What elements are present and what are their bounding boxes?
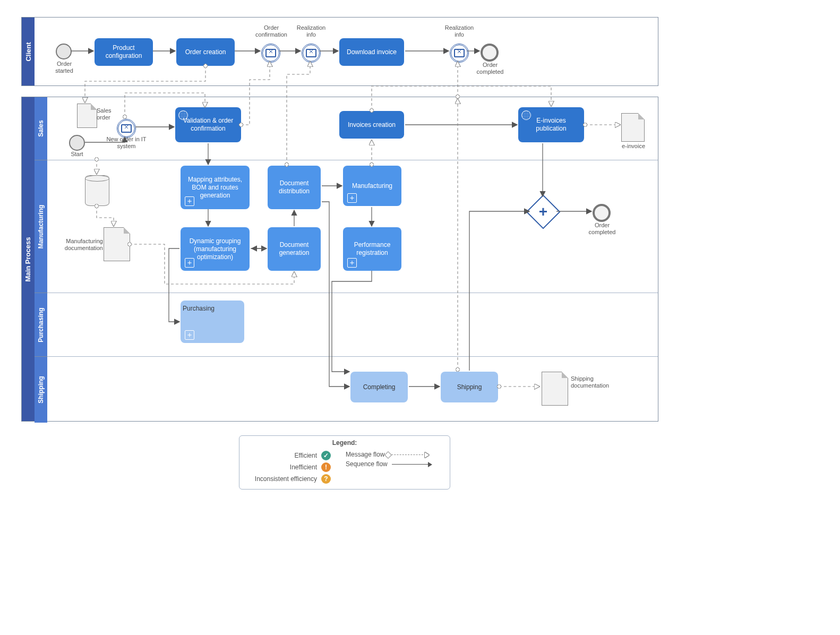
legend-inefficient: Inefficient <box>246 464 317 471</box>
label-shipping-doc: Shipping documentation <box>571 375 624 389</box>
datastore-mfg <box>85 175 109 206</box>
task-invoices-creation: Invoices creation <box>339 111 404 139</box>
label-order-completed-main: Order completed <box>584 222 620 236</box>
end-event-order-completed-client <box>481 44 499 62</box>
label-order-completed-client: Order completed <box>472 62 509 75</box>
task-performance-registration: Performance registration <box>343 227 401 271</box>
task-order-creation: Order creation <box>176 38 235 66</box>
label-order-started: Order started <box>49 61 80 74</box>
event-new-order <box>117 119 136 138</box>
artifact-sales-order <box>77 104 97 128</box>
label-mfg-doc: Manufacturing documentation <box>57 238 103 252</box>
task-product-configuration: Product configuration <box>95 38 153 66</box>
artifact-shipping-doc <box>542 372 568 406</box>
task-mapping-attributes: Mapping attributes, BOM and routes gener… <box>181 166 250 209</box>
task-validation: Validation & order confirmation <box>175 107 241 142</box>
task-download-invoice: Download invoice <box>339 38 404 66</box>
end-event-order-completed-main <box>593 204 611 222</box>
label-einvoice: e-invoice <box>616 143 651 150</box>
legend-inconsistent: Inconsistent efficiency <box>246 475 317 483</box>
start-event-order-started <box>56 44 72 59</box>
legend-efficient: Efficient <box>246 452 317 459</box>
legend-title: Legend: <box>246 439 443 447</box>
lane-manufacturing: Manufacturing <box>35 160 47 293</box>
pool-header-main: Main Process <box>22 97 35 421</box>
task-dynamic-grouping: Dynamic grouping (manufacturing optimiza… <box>181 227 250 271</box>
task-document-generation: Document generation <box>268 227 321 271</box>
event-realization-info <box>302 44 321 63</box>
lane-purchasing: Purchasing <box>35 293 47 357</box>
label-realization-info: Realization info <box>293 24 330 38</box>
label-new-order: New order in IT system <box>104 136 149 150</box>
task-shipping: Shipping <box>441 372 498 402</box>
task-purchasing: Purchasing <box>181 301 244 343</box>
artifact-mfg-doc <box>104 227 130 261</box>
label-realization-info-2: Realization info <box>441 24 478 38</box>
label-order-confirmation: Order confirmation <box>250 24 293 38</box>
task-einvoices-publication: E-invoices publication <box>518 107 584 142</box>
legend-message-flow: Message flow <box>346 451 384 458</box>
event-realization-info-2 <box>450 44 469 63</box>
task-manufacturing: Manufacturing <box>343 166 401 206</box>
lane-sales: Sales <box>35 97 47 160</box>
label-sales-order: Sales order <box>97 107 122 121</box>
pool-header-client: Client <box>22 18 35 85</box>
event-order-confirmation <box>261 44 280 63</box>
warning-icon: ! <box>321 462 331 472</box>
start-event-main <box>69 135 85 151</box>
question-icon: ? <box>321 474 331 484</box>
task-document-distribution: Document distribution <box>268 166 321 209</box>
legend: Legend: Efficient✓ Inefficient! Inconsis… <box>239 435 450 490</box>
bpmn-diagram: Client Main Process Sales Manufacturing … <box>5 5 664 531</box>
task-completing: Completing <box>350 372 408 402</box>
legend-sequence-flow: Sequence flow <box>346 460 388 468</box>
artifact-einvoice <box>621 113 645 142</box>
lane-shipping: Shipping <box>35 356 47 423</box>
label-start: Start <box>66 151 88 158</box>
check-icon: ✓ <box>321 451 331 460</box>
